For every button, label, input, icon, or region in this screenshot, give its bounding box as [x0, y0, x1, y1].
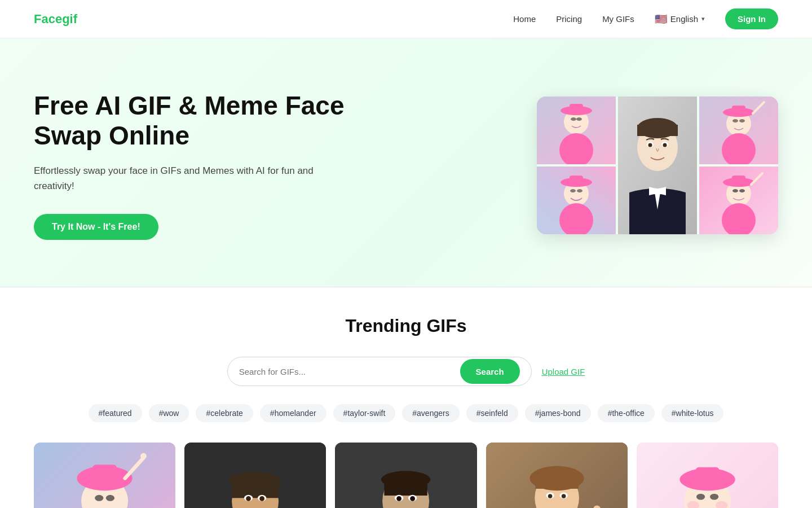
tag-wow[interactable]: #wow	[149, 404, 189, 422]
logo[interactable]: Facegif	[34, 12, 77, 27]
hero-image-barbie-2	[699, 97, 778, 164]
svg-rect-7	[570, 104, 583, 112]
tag-homelander[interactable]: #homelander	[260, 404, 326, 422]
trending-title: Trending GIFs	[34, 316, 778, 336]
gif-grid	[34, 443, 778, 508]
trending-section: Trending GIFs Search Upload GIF #feature…	[0, 287, 812, 508]
navbar: Facegif Home Pricing My GIFs 🇺🇸 English …	[0, 0, 812, 38]
svg-point-77	[561, 494, 566, 498]
svg-point-31	[577, 189, 582, 192]
language-label: English	[670, 14, 698, 24]
language-selector[interactable]: 🇺🇸 English ▾	[655, 13, 705, 25]
tag-featured[interactable]: #featured	[89, 404, 142, 422]
flag-icon: 🇺🇸	[655, 13, 667, 25]
svg-point-49	[106, 495, 114, 501]
svg-point-48	[95, 495, 103, 501]
hero-image-barbie-1	[537, 97, 616, 164]
search-bar-wrapper: Search Upload GIF	[34, 357, 778, 386]
svg-point-4	[571, 117, 576, 121]
svg-point-5	[576, 117, 582, 121]
svg-rect-12	[637, 125, 678, 136]
search-input-container: Search	[227, 357, 532, 386]
hero-image-barbie-3	[537, 167, 616, 234]
svg-point-38	[732, 189, 738, 192]
nav-pricing[interactable]: Pricing	[556, 14, 582, 24]
hero-image-collage	[537, 97, 778, 234]
svg-point-85	[696, 494, 705, 500]
upload-gif-link[interactable]: Upload GIF	[542, 367, 585, 376]
svg-point-52	[140, 453, 147, 459]
svg-rect-24	[732, 106, 745, 113]
svg-point-64	[381, 471, 430, 488]
svg-point-59	[246, 496, 251, 501]
hero-subtitle: Effortlessly swap your face in GIFs and …	[34, 163, 350, 194]
svg-point-39	[739, 189, 745, 192]
hero-image-barbie-4	[699, 167, 778, 234]
svg-point-15	[648, 143, 652, 147]
tag-taylor-swift[interactable]: #taylor-swift	[333, 404, 396, 422]
chevron-down-icon: ▾	[701, 15, 705, 23]
tag-seinfeld[interactable]: #seinfeld	[466, 404, 518, 422]
svg-rect-41	[732, 176, 745, 183]
hero-title: Free AI GIF & Meme Face Swap Online	[34, 91, 350, 151]
svg-point-86	[710, 494, 718, 500]
hero-text-block: Free AI GIF & Meme Face Swap Online Effo…	[34, 91, 350, 240]
svg-point-21	[732, 119, 738, 122]
svg-point-30	[570, 189, 576, 192]
tag-white-lotus[interactable]: #white-lotus	[661, 404, 724, 422]
hero-section: Free AI GIF & Meme Face Swap Online Effo…	[0, 38, 812, 287]
search-input[interactable]	[239, 357, 457, 386]
svg-point-68	[411, 496, 416, 501]
nav-my-gifs[interactable]: My GIFs	[602, 14, 634, 24]
svg-rect-33	[570, 176, 583, 183]
svg-point-76	[548, 494, 552, 498]
tag-the-office[interactable]: #the-office	[598, 404, 655, 422]
gif-card-2[interactable]	[184, 443, 326, 508]
nav-links: Home Pricing My GIFs 🇺🇸 English ▾ Sign I…	[513, 8, 778, 29]
svg-rect-47	[92, 465, 117, 479]
search-button[interactable]: Search	[460, 359, 520, 384]
gif-card-4[interactable]	[486, 443, 628, 508]
svg-rect-84	[696, 467, 720, 481]
nav-home[interactable]: Home	[513, 14, 536, 24]
tags-container: #featured #wow #celebrate #homelander #t…	[34, 404, 778, 422]
gif-card-5[interactable]	[637, 443, 778, 508]
tag-james-bond[interactable]: #james-bond	[525, 404, 591, 422]
hero-image-elon	[618, 97, 697, 234]
try-now-button[interactable]: Try It Now - It's Free!	[34, 214, 158, 240]
tag-celebrate[interactable]: #celebrate	[196, 404, 253, 422]
svg-point-60	[259, 496, 264, 501]
tag-avengers[interactable]: #avengers	[402, 404, 459, 422]
gif-card-3[interactable]	[335, 443, 476, 508]
gif-card-1[interactable]	[34, 443, 175, 508]
sign-in-button[interactable]: Sign In	[725, 8, 778, 29]
svg-point-67	[397, 496, 402, 501]
svg-point-56	[230, 472, 281, 489]
svg-point-16	[663, 143, 667, 147]
svg-rect-73	[535, 474, 578, 489]
svg-point-22	[739, 119, 745, 122]
